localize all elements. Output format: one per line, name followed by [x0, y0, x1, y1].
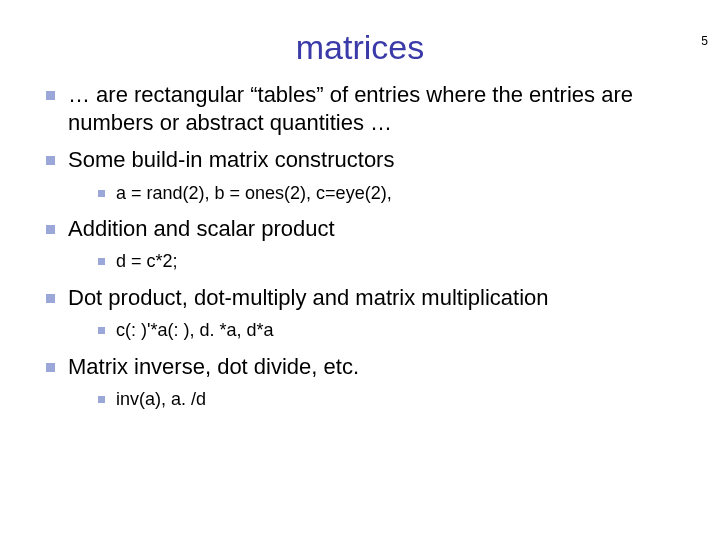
bullet-text: … are rectangular “tables” of entries wh…: [68, 82, 633, 135]
list-item: d = c*2;: [94, 250, 680, 273]
list-item: … are rectangular “tables” of entries wh…: [40, 81, 680, 136]
bullet-text: Addition and scalar product: [68, 216, 335, 241]
sub-list: inv(a), a. /d: [68, 388, 680, 411]
slide-title: matrices: [0, 28, 720, 67]
bullet-text: d = c*2;: [116, 251, 178, 271]
bullet-text: Some build-in matrix constructors: [68, 147, 394, 172]
page-number: 5: [701, 34, 708, 48]
list-item: c(: )'*a(: ), d. *a, d*a: [94, 319, 680, 342]
list-item: a = rand(2), b = ones(2), c=eye(2),: [94, 182, 680, 205]
list-item: Addition and scalar product d = c*2;: [40, 215, 680, 274]
list-item: Matrix inverse, dot divide, etc. inv(a),…: [40, 353, 680, 412]
bullet-text: a = rand(2), b = ones(2), c=eye(2),: [116, 183, 392, 203]
sub-list: a = rand(2), b = ones(2), c=eye(2),: [68, 182, 680, 205]
list-item: Some build-in matrix constructors a = ra…: [40, 146, 680, 205]
list-item: inv(a), a. /d: [94, 388, 680, 411]
bullet-text: c(: )'*a(: ), d. *a, d*a: [116, 320, 274, 340]
sub-list: c(: )'*a(: ), d. *a, d*a: [68, 319, 680, 342]
bullet-text: inv(a), a. /d: [116, 389, 206, 409]
list-item: Dot product, dot-multiply and matrix mul…: [40, 284, 680, 343]
bullet-list: … are rectangular “tables” of entries wh…: [40, 81, 680, 412]
bullet-text: Dot product, dot-multiply and matrix mul…: [68, 285, 549, 310]
sub-list: d = c*2;: [68, 250, 680, 273]
slide: 5 matrices … are rectangular “tables” of…: [0, 28, 720, 540]
bullet-text: Matrix inverse, dot divide, etc.: [68, 354, 359, 379]
